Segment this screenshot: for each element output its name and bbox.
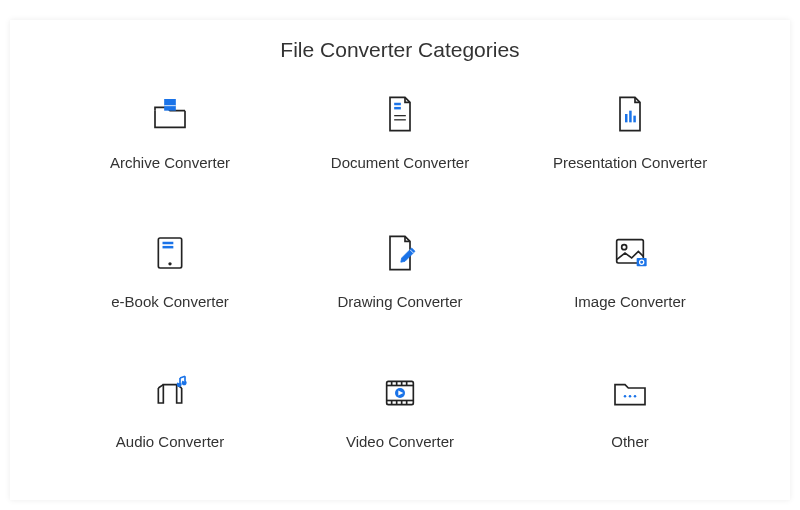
category-label: Audio Converter <box>116 433 224 450</box>
category-other[interactable]: Other <box>520 371 740 482</box>
svg-point-11 <box>168 262 171 265</box>
svg-rect-0 <box>164 99 176 111</box>
svg-point-28 <box>624 395 627 398</box>
category-audio[interactable]: Audio Converter <box>60 371 280 482</box>
video-icon <box>378 371 422 415</box>
category-label: Presentation Converter <box>553 154 707 171</box>
svg-point-13 <box>622 245 627 250</box>
ebook-icon <box>148 231 192 275</box>
category-label: Document Converter <box>331 154 469 171</box>
category-label: Image Converter <box>574 293 686 310</box>
archive-icon <box>148 92 192 136</box>
category-label: Other <box>611 433 649 450</box>
category-document[interactable]: Document Converter <box>290 92 510 203</box>
svg-point-30 <box>634 395 637 398</box>
category-presentation[interactable]: Presentation Converter <box>520 92 740 203</box>
category-drawing[interactable]: Drawing Converter <box>290 231 510 342</box>
svg-rect-7 <box>633 116 636 123</box>
svg-rect-6 <box>629 111 632 123</box>
image-icon <box>608 231 652 275</box>
category-ebook[interactable]: e-Book Converter <box>60 231 280 342</box>
category-label: Drawing Converter <box>337 293 462 310</box>
svg-rect-14 <box>637 258 647 266</box>
page-title: File Converter Categories <box>40 38 760 62</box>
other-icon <box>608 371 652 415</box>
audio-icon <box>148 371 192 415</box>
svg-rect-5 <box>625 114 628 122</box>
category-label: Video Converter <box>346 433 454 450</box>
category-video[interactable]: Video Converter <box>290 371 510 482</box>
category-image[interactable]: Image Converter <box>520 231 740 342</box>
category-archive[interactable]: Archive Converter <box>60 92 280 203</box>
presentation-icon <box>608 92 652 136</box>
category-label: e-Book Converter <box>111 293 229 310</box>
svg-point-29 <box>629 395 632 398</box>
category-label: Archive Converter <box>110 154 230 171</box>
document-icon <box>378 92 422 136</box>
drawing-icon <box>378 231 422 275</box>
converter-panel: File Converter Categories Archive Conver… <box>10 20 790 500</box>
category-grid: Archive Converter Document Converter <box>40 92 760 482</box>
